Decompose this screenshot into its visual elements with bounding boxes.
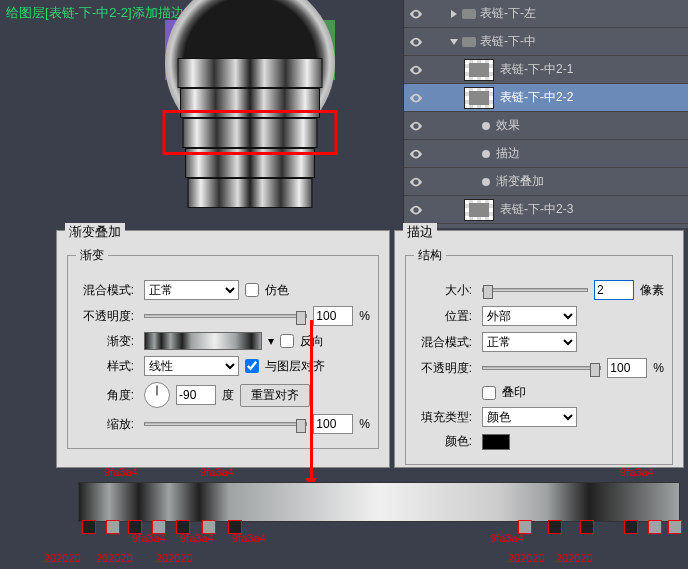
blend-select[interactable]: 正常 xyxy=(144,280,239,300)
folder-icon xyxy=(462,37,476,47)
color-annotation: 202020 xyxy=(156,552,193,564)
visibility-icon[interactable] xyxy=(404,147,428,161)
gradient-stop[interactable] xyxy=(518,520,532,534)
opacity-slider[interactable] xyxy=(482,366,601,370)
blend-select[interactable]: 正常 xyxy=(482,332,577,352)
layer-label: 表链-下-中2-1 xyxy=(500,61,573,78)
pos-select[interactable]: 外部 xyxy=(482,306,577,326)
stroke-panel: 描边 结构 大小:像素 位置:外部 混合模式:正常 不透明度:% 叠印 填充类型… xyxy=(394,230,684,468)
annotation-arrow xyxy=(310,320,313,480)
group-label: 渐变 xyxy=(76,247,108,264)
layer-row-selected[interactable]: 表链-下-中2-2 xyxy=(404,84,688,112)
angle-unit: 度 xyxy=(222,387,234,404)
fx-label: 渐变叠加 xyxy=(496,173,544,190)
overprint-check[interactable] xyxy=(482,386,496,400)
angle-label: 角度: xyxy=(76,387,134,404)
blend-label: 混合模式: xyxy=(76,282,134,299)
dither-check[interactable] xyxy=(245,283,259,297)
gradient-stop[interactable] xyxy=(106,520,120,534)
blend-label: 混合模式: xyxy=(414,334,472,351)
filltype-select[interactable]: 颜色 xyxy=(482,407,577,427)
angle-dial[interactable] xyxy=(144,382,170,408)
layer-label: 表链-下-左 xyxy=(480,5,536,22)
fx-row[interactable]: 效果 xyxy=(404,112,688,140)
style-label: 样式: xyxy=(76,358,134,375)
visibility-icon[interactable] xyxy=(404,203,428,217)
color-annotation: 202020 xyxy=(556,552,593,564)
gradient-preview[interactable] xyxy=(144,332,262,350)
align-label: 与图层对齐 xyxy=(265,358,325,375)
layer-row[interactable]: 表链-下-中2-1 xyxy=(404,56,688,84)
panel-title: 渐变叠加 xyxy=(65,223,125,241)
scale-label: 缩放: xyxy=(76,416,134,433)
opacity-input[interactable] xyxy=(607,358,647,378)
visibility-icon[interactable] xyxy=(404,35,428,49)
fx-icon xyxy=(482,122,490,130)
color-label: 颜色: xyxy=(414,433,472,450)
reset-align-button[interactable]: 重置对齐 xyxy=(240,384,310,407)
filltype-label: 填充类型: xyxy=(414,409,472,426)
fx-label: 效果 xyxy=(496,117,520,134)
layer-row[interactable]: 表链-下-左 xyxy=(404,0,688,28)
fx-row[interactable]: 渐变叠加 xyxy=(404,168,688,196)
size-unit: 像素 xyxy=(640,282,664,299)
folder-icon xyxy=(462,9,476,19)
reverse-check[interactable] xyxy=(280,334,294,348)
gradient-stop[interactable] xyxy=(176,520,190,534)
size-slider[interactable] xyxy=(482,288,588,292)
pos-label: 位置: xyxy=(414,308,472,325)
size-input[interactable] xyxy=(594,280,634,300)
gradient-stop[interactable] xyxy=(152,520,166,534)
gradient-stop[interactable] xyxy=(82,520,96,534)
color-annotation: 9fa3a4 xyxy=(104,466,138,478)
align-check[interactable] xyxy=(245,359,259,373)
fx-row[interactable]: 描边 xyxy=(404,140,688,168)
gradient-stop[interactable] xyxy=(580,520,594,534)
color-annotation: 202020 xyxy=(508,552,545,564)
pct-label: % xyxy=(653,361,664,375)
scale-slider[interactable] xyxy=(144,422,307,426)
opacity-input[interactable] xyxy=(313,306,353,326)
visibility-icon[interactable] xyxy=(404,63,428,77)
gradient-overlay-panel: 渐变叠加 渐变 混合模式:正常仿色 不透明度:% 渐变:▾反向 样式:线性与图层… xyxy=(56,230,390,468)
gradient-editor-bar[interactable] xyxy=(78,482,680,522)
layer-thumbnail xyxy=(464,59,494,81)
band-segment xyxy=(178,58,323,88)
angle-input[interactable] xyxy=(176,385,216,405)
opacity-slider[interactable] xyxy=(144,314,307,318)
fx-icon xyxy=(482,178,490,186)
layer-row[interactable]: 表链-下-中 xyxy=(404,28,688,56)
overprint-label: 叠印 xyxy=(502,384,526,401)
watch-preview xyxy=(110,8,390,228)
chevron-right-icon[interactable] xyxy=(451,10,457,18)
visibility-icon[interactable] xyxy=(404,91,428,105)
gradient-group: 渐变 混合模式:正常仿色 不透明度:% 渐变:▾反向 样式:线性与图层对齐 角度… xyxy=(67,247,379,449)
color-annotation: 202020 xyxy=(96,552,133,564)
gradient-stop[interactable] xyxy=(128,520,142,534)
gradient-stop[interactable] xyxy=(624,520,638,534)
dither-label: 仿色 xyxy=(265,282,289,299)
style-select[interactable]: 线性 xyxy=(144,356,239,376)
highlight-box xyxy=(163,110,338,155)
chevron-down-icon[interactable] xyxy=(450,39,458,45)
dropdown-icon[interactable]: ▾ xyxy=(268,334,274,348)
fx-label: 描边 xyxy=(496,145,520,162)
structure-group: 结构 大小:像素 位置:外部 混合模式:正常 不透明度:% 叠印 填充类型:颜色… xyxy=(405,247,673,465)
gradient-stop[interactable] xyxy=(202,520,216,534)
visibility-icon[interactable] xyxy=(404,7,428,21)
visibility-icon[interactable] xyxy=(404,119,428,133)
gradient-stop[interactable] xyxy=(648,520,662,534)
layer-thumbnail xyxy=(464,87,494,109)
layer-thumbnail xyxy=(464,199,494,221)
gradient-label: 渐变: xyxy=(76,333,134,350)
layer-label: 表链-下-中2-2 xyxy=(500,89,573,106)
gradient-stop[interactable] xyxy=(548,520,562,534)
color-swatch[interactable] xyxy=(482,434,510,450)
opacity-label: 不透明度: xyxy=(76,308,134,325)
fx-icon xyxy=(482,150,490,158)
layer-row[interactable]: 表链-下-中2-3 xyxy=(404,196,688,224)
visibility-icon[interactable] xyxy=(404,175,428,189)
gradient-stop[interactable] xyxy=(668,520,682,534)
gradient-stop[interactable] xyxy=(228,520,242,534)
scale-input[interactable] xyxy=(313,414,353,434)
